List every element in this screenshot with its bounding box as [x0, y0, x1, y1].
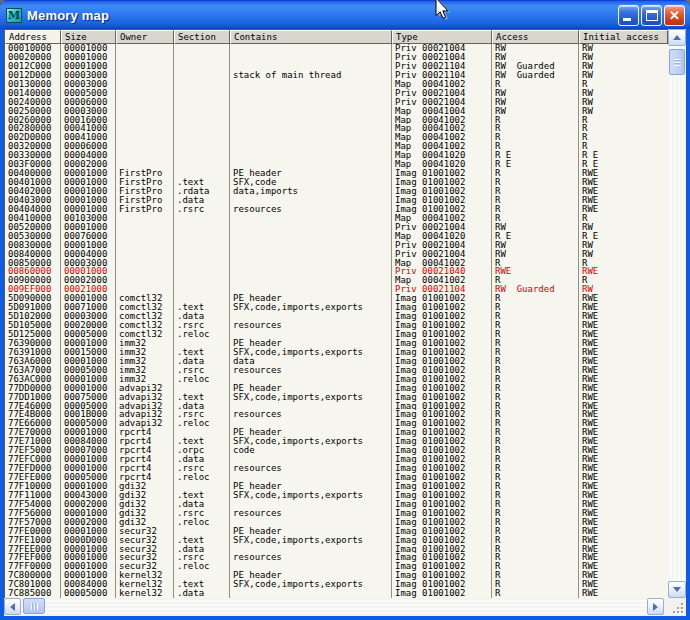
- minimize-button[interactable]: [618, 5, 639, 26]
- table-row[interactable]: 0014000000005000Priv 00021004RWRW: [5, 89, 668, 98]
- table-row[interactable]: 0053000000076000Map 00041020R ER E: [5, 232, 668, 241]
- table-row[interactable]: 0085000000003000Map 00041002RR: [5, 259, 668, 268]
- table-row[interactable]: 0012D00000003000stack of main threadPriv…: [5, 71, 668, 80]
- table-row[interactable]: 77F1000000001000gdi32PE headerImag 01001…: [5, 482, 668, 491]
- cell-type: Imag 01001002: [392, 509, 492, 518]
- table-row[interactable]: 0084000000004000Priv 00021004RWRW: [5, 250, 668, 259]
- table-row[interactable]: 763A600000001000imm32.datadataImag 01001…: [5, 357, 668, 366]
- close-button[interactable]: ✕: [664, 5, 685, 26]
- table-row[interactable]: 0012C00000001000Priv 00021104RW GuardedR…: [5, 62, 668, 71]
- table-row[interactable]: 7639000000001000imm32PE headerImag 01001…: [5, 339, 668, 348]
- table-row[interactable]: 009EF00000021000Priv 00021104RW GuardedR…: [5, 285, 668, 294]
- table-row[interactable]: 003F000000002000Map 00041020R ER E: [5, 160, 668, 169]
- cell-section: .rsrc: [174, 464, 230, 473]
- table-row[interactable]: 77F1100000043000gdi32.textSFX,code,impor…: [5, 491, 668, 500]
- table-row[interactable]: 763AC00000001000imm32.relocImag 01001002…: [5, 375, 668, 384]
- cell-initial: R: [579, 276, 668, 285]
- resize-grip-icon[interactable]: [664, 598, 686, 616]
- table-row[interactable]: 77EFE00000005000rpcrt4.relocImag 0100100…: [5, 473, 668, 482]
- cell-access: R: [492, 142, 579, 151]
- column-header-access[interactable]: Access: [492, 30, 579, 44]
- table-row[interactable]: 7639100000015000imm32.textSFX,code,impor…: [5, 348, 668, 357]
- table-row[interactable]: 77E6600000005000advapi32.relocImag 01001…: [5, 419, 668, 428]
- maximize-button[interactable]: [641, 5, 662, 26]
- cell-initial: R: [579, 214, 668, 223]
- cell-initial: RW: [579, 98, 668, 107]
- table-row[interactable]: 0040200000001000FirstPro.rdatadata,impor…: [5, 187, 668, 196]
- table-row[interactable]: 77FE000000001000secur32PE headerImag 010…: [5, 527, 668, 536]
- column-header-section[interactable]: Section: [174, 30, 230, 44]
- scroll-up-button[interactable]: [668, 29, 686, 46]
- cell-initial: R E: [579, 232, 668, 241]
- vertical-scroll-thumb[interactable]: [669, 49, 685, 75]
- table-row[interactable]: 7C80100000084000kernel32.textSFX,code,im…: [5, 580, 668, 589]
- table-row[interactable]: 77EF500000007000rpcrt4.orpccodeImag 0100…: [5, 446, 668, 455]
- table-row[interactable]: 0052000000001000Priv 00021004RWRW: [5, 223, 668, 232]
- table-row[interactable]: 0032000000006000Map 00041002RR: [5, 142, 668, 151]
- table-row[interactable]: 002D000000041000Map 00041002RR: [5, 133, 668, 142]
- table-row[interactable]: 0040000000001000FirstProPE headerImag 01…: [5, 169, 668, 178]
- table-row[interactable]: 5D12500000005000comctl32.relocImag 01001…: [5, 330, 668, 339]
- column-header-size[interactable]: Size: [61, 30, 116, 44]
- table-row[interactable]: 77E7100000084000rpcrt4.textSFX,code,impo…: [5, 437, 668, 446]
- table-row[interactable]: 0033000000004000Map 00041020R ER E: [5, 151, 668, 160]
- table-row[interactable]: 77F5400000002000gdi32.dataImag 01001002R…: [5, 500, 668, 509]
- table-row[interactable]: 77E4600000005000advapi32.dataImag 010010…: [5, 402, 668, 411]
- cell-initial: RW: [579, 62, 668, 71]
- bottom-bar: [4, 598, 686, 616]
- cell-owner: kernel32: [116, 580, 174, 589]
- table-row[interactable]: 0090000000002000Map 00041002RR: [5, 276, 668, 285]
- table-row[interactable]: 0024000000006000Priv 00021004RWRW: [5, 98, 668, 107]
- column-header-type[interactable]: Type: [392, 30, 492, 44]
- table-row[interactable]: 77FEF00000001000secur32.rsrcresourcesIma…: [5, 553, 668, 562]
- table-row[interactable]: 0001000000001000Priv 00021004RWRW: [5, 44, 668, 53]
- scroll-right-button[interactable]: [647, 598, 664, 615]
- table-row[interactable]: 77E4B0000001B000advapi32.rsrcresourcesIm…: [5, 410, 668, 419]
- scroll-down-button[interactable]: [668, 581, 686, 598]
- table-row[interactable]: 0040400000001000FirstPro.rsrcresourcesIm…: [5, 205, 668, 214]
- table-row[interactable]: 77EFD00000001000rpcrt4.rsrcresourcesImag…: [5, 464, 668, 473]
- cell-initial: RWE: [579, 536, 668, 545]
- table-row[interactable]: 5D10200000003000comctl32.dataImag 010010…: [5, 312, 668, 321]
- horizontal-scroll-thumb[interactable]: [23, 598, 45, 614]
- table-row[interactable]: 0083000000001000Priv 00021004RWRW: [5, 241, 668, 250]
- table-row[interactable]: 0002000000001000Priv 00021004RWRW: [5, 53, 668, 62]
- column-header-initial[interactable]: Initial access: [579, 30, 668, 44]
- table-row[interactable]: 77FEE00000001000secur32.dataImag 0100100…: [5, 545, 668, 554]
- table-row[interactable]: 77FF000000001000secur32.relocImag 010010…: [5, 562, 668, 571]
- vertical-scroll-track[interactable]: [668, 46, 686, 581]
- column-header-address[interactable]: Address: [5, 30, 61, 44]
- horizontal-scroll-track[interactable]: [21, 598, 647, 616]
- table-row[interactable]: 77F5700000002000gdi32.relocImag 01001002…: [5, 518, 668, 527]
- column-header-owner[interactable]: Owner: [116, 30, 174, 44]
- table-row[interactable]: 7C88500000005000kernel32.dataImag 010010…: [5, 589, 668, 598]
- table-row[interactable]: 7C80000000001000kernel32PE headerImag 01…: [5, 571, 668, 580]
- table-row[interactable]: 0040300000001000FirstPro.dataImag 010010…: [5, 196, 668, 205]
- cell-contains: resources: [230, 509, 392, 518]
- table-row[interactable]: 763A700000005000imm32.rsrcresourcesImag …: [5, 366, 668, 375]
- table-row[interactable]: 0013000000003000Map 00041002RR: [5, 80, 668, 89]
- table-row[interactable]: 77DD100000075000advapi32.textSFX,code,im…: [5, 393, 668, 402]
- table-row[interactable]: 5D09000000001000comctl32PE headerImag 01…: [5, 294, 668, 303]
- table-row[interactable]: 0040100000001000FirstPro.textSFX,codeIma…: [5, 178, 668, 187]
- scroll-left-button[interactable]: [4, 598, 21, 615]
- table-row[interactable]: 77E7000000001000rpcrt4PE headerImag 0100…: [5, 428, 668, 437]
- table-row[interactable]: 0041000000103000Map 00041002RR: [5, 214, 668, 223]
- table-row[interactable]: 0025000000003000Map 00041004RWRW: [5, 107, 668, 116]
- horizontal-scrollbar[interactable]: [4, 598, 664, 616]
- column-header-contains[interactable]: Contains: [230, 30, 392, 44]
- table-row[interactable]: 0028000000041000Map 00041002RR: [5, 124, 668, 133]
- table-row[interactable]: 0086000000001000Priv 00021040RWERWE: [5, 267, 668, 276]
- cell-section: [174, 276, 230, 285]
- table-row[interactable]: 77EFC00000001000rpcrt4.dataImag 01001002…: [5, 455, 668, 464]
- table-row[interactable]: 77F5600000001000gdi32.rsrcresourcesImag …: [5, 509, 668, 518]
- vertical-scrollbar[interactable]: [668, 29, 686, 598]
- table-row[interactable]: 77FE10000000D000secur32.textSFX,code,imp…: [5, 536, 668, 545]
- table-row[interactable]: 0026000000016000Map 00041002RR: [5, 116, 668, 125]
- cell-initial: RWE: [579, 491, 668, 500]
- table-row[interactable]: 5D09100000071000comctl32.textSFX,code,im…: [5, 303, 668, 312]
- table-row[interactable]: 77DD000000001000advapi32PE headerImag 01…: [5, 384, 668, 393]
- table-row[interactable]: 5D10500000020000comctl32.rsrcresourcesIm…: [5, 321, 668, 330]
- cell-contains: SFX,code,imports,exports: [230, 303, 392, 312]
- title-bar[interactable]: M Memory map ✕: [0, 0, 690, 29]
